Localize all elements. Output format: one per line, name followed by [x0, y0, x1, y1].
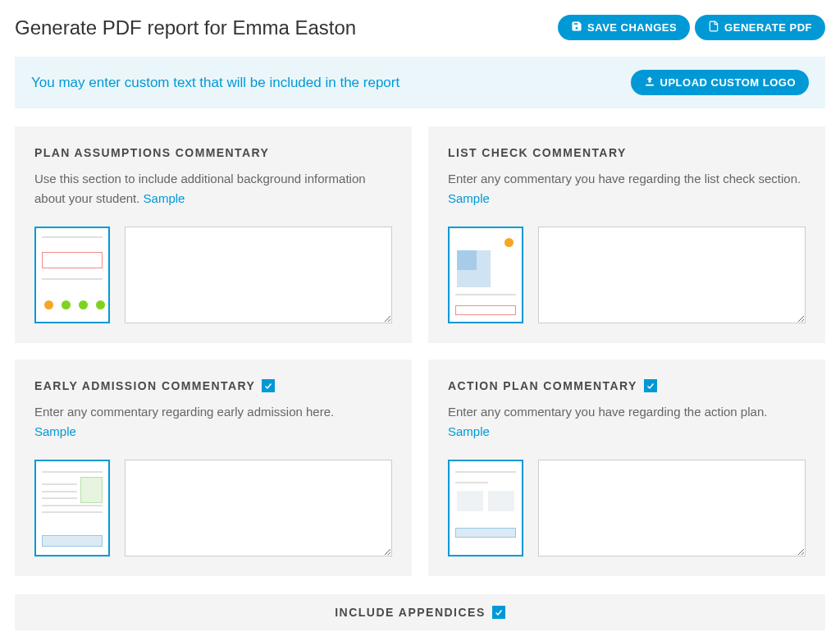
early-admission-card: EARLY ADMISSION COMMENTARY Enter any com…: [15, 360, 412, 576]
plan-assumptions-card: PLAN ASSUMPTIONS COMMENTARY Use this sec…: [15, 126, 412, 343]
action-plan-title: ACTION PLAN COMMENTARY: [448, 379, 637, 392]
generate-pdf-label: GENERATE PDF: [724, 21, 812, 34]
action-plan-card: ACTION PLAN COMMENTARY Enter any comment…: [428, 360, 825, 576]
plan-sample-link[interactable]: Sample: [144, 191, 185, 205]
early-admission-textarea[interactable]: [125, 460, 392, 556]
list-check-textarea[interactable]: [538, 227, 806, 323]
upload-logo-label: UPLOAD CUSTOM LOGO: [660, 76, 796, 89]
list-check-sample-link[interactable]: Sample: [448, 191, 490, 205]
action-plan-desc: Enter any commentary you have regarding …: [448, 402, 806, 442]
plan-assumptions-textarea[interactable]: [125, 227, 392, 323]
early-admission-sample-link[interactable]: Sample: [34, 424, 76, 438]
save-changes-label: SAVE CHANGES: [587, 21, 677, 34]
list-check-desc: Enter any commentary you have regarding …: [448, 169, 806, 208]
early-admission-title: EARLY ADMISSION COMMENTARY: [34, 379, 255, 392]
list-check-card: LIST CHECK COMMENTARY Enter any commenta…: [428, 126, 825, 343]
pdf-icon: [708, 21, 719, 34]
info-bar: You may enter custom text that will be i…: [15, 57, 825, 108]
early-admission-checkbox[interactable]: [262, 379, 275, 392]
action-plan-checkbox[interactable]: [644, 379, 657, 392]
action-plan-sample-link[interactable]: Sample: [448, 424, 490, 438]
save-changes-button[interactable]: SAVE CHANGES: [558, 15, 690, 40]
upload-custom-logo-button[interactable]: UPLOAD CUSTOM LOGO: [631, 70, 809, 95]
action-plan-textarea[interactable]: [538, 460, 806, 556]
plan-assumptions-title: PLAN ASSUMPTIONS COMMENTARY: [34, 146, 269, 159]
include-appendices-title: INCLUDE APPENDICES: [335, 606, 486, 619]
early-admission-thumbnail[interactable]: [34, 460, 110, 556]
include-appendices-checkbox[interactable]: [492, 606, 505, 619]
generate-pdf-button[interactable]: GENERATE PDF: [695, 15, 825, 40]
plan-assumptions-desc: Use this section to include additional b…: [34, 169, 392, 208]
list-check-title: LIST CHECK COMMENTARY: [448, 146, 627, 159]
info-bar-text: You may enter custom text that will be i…: [31, 75, 399, 91]
save-icon: [571, 21, 582, 34]
page-title: Generate PDF report for Emma Easton: [15, 16, 356, 39]
plan-assumptions-thumbnail[interactable]: [34, 227, 110, 323]
list-check-thumbnail[interactable]: [448, 227, 523, 323]
action-plan-thumbnail[interactable]: [448, 460, 523, 556]
upload-icon: [644, 76, 655, 89]
early-admission-desc: Enter any commentary regarding early adm…: [34, 402, 392, 442]
